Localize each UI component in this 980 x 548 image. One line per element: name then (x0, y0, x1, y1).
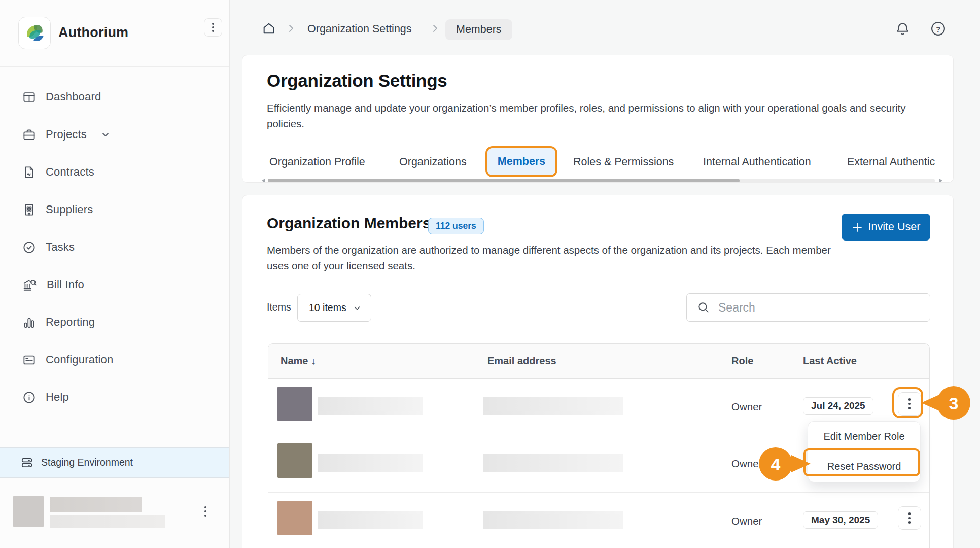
invite-user-label: Invite User (868, 221, 921, 233)
page-description: Efficiently manage and update your organ… (267, 100, 921, 131)
svg-text:?: ? (936, 25, 940, 33)
tab-roles-permissions[interactable]: Roles & Permissions (573, 156, 674, 168)
name-placeholder (318, 397, 423, 415)
user-name-placeholder (50, 497, 142, 512)
sidebar-item-projects[interactable]: Projects (0, 116, 229, 153)
projects-icon (22, 128, 36, 142)
column-header-name[interactable]: Name ↓ (281, 344, 316, 378)
menu-item-reset-password[interactable]: Reset Password (808, 452, 920, 482)
sidebar-kebab-button[interactable] (204, 18, 222, 37)
avatar (277, 501, 312, 535)
sort-desc-arrow-icon: ↓ (311, 355, 316, 366)
avatar (277, 387, 312, 421)
chevron-down-icon (100, 129, 111, 140)
tab-internal-authentication[interactable]: Internal Authentication (703, 156, 811, 168)
tab-scrollbar-thumb[interactable] (268, 179, 740, 183)
sidebar-item-reporting[interactable]: Reporting (0, 303, 229, 341)
page-header-card: Organization Settings Efficiently manage… (242, 55, 954, 183)
sidebar-item-label: Contracts (46, 165, 94, 179)
breadcrumb-organization-settings[interactable]: Organization Settings (307, 23, 412, 36)
email-placeholder (483, 397, 623, 415)
breadcrumb-separator-icon (287, 24, 295, 33)
invite-user-button[interactable]: Invite User (842, 214, 930, 241)
tab-members-highlight-ring[interactable]: Members (485, 146, 557, 177)
bell-icon (895, 21, 911, 37)
search-input[interactable] (717, 300, 920, 315)
search-box (686, 293, 930, 322)
sidebar-item-label: Suppliers (46, 203, 93, 216)
contracts-icon (22, 165, 36, 179)
column-header-role[interactable]: Role (731, 344, 753, 378)
home-icon (262, 21, 276, 36)
user-email-placeholder (50, 515, 165, 528)
items-per-page-select[interactable]: 10 items (297, 294, 371, 322)
help-circle-icon: ? (930, 20, 947, 37)
suppliers-icon (22, 203, 36, 217)
email-placeholder (483, 454, 623, 472)
authorium-leaf-logo (23, 22, 46, 44)
table-row: Owner May 30, 2025 (268, 493, 929, 548)
sidebar-item-configuration[interactable]: Configuration (0, 341, 229, 379)
user-menu-kebab-button[interactable] (202, 504, 208, 519)
items-per-page-value: 10 items (309, 302, 346, 314)
members-description: Members of the organization are authoriz… (267, 242, 835, 273)
last-active-chip: Jul 24, 2025 (803, 397, 873, 415)
sidebar-item-label: Reporting (46, 316, 95, 329)
tab-scrollbar-track[interactable] (268, 179, 935, 183)
sidebar-item-help[interactable]: Help (0, 379, 229, 416)
sidebar-item-label: Dashboard (46, 90, 101, 104)
sidebar-item-contracts[interactable]: Contracts (0, 153, 229, 191)
sidebar-item-label: Projects (46, 128, 87, 141)
tab-external-authentication[interactable]: External Authentic (847, 156, 935, 168)
help-button[interactable]: ? (930, 20, 947, 37)
role-cell: Owner (731, 435, 762, 492)
breadcrumb-members[interactable]: Members (445, 19, 512, 40)
sidebar-item-dashboard[interactable]: Dashboard (0, 78, 229, 116)
search-icon (697, 301, 710, 314)
row-actions-menu: Edit Member Role Reset Password (808, 421, 921, 482)
tab-scroll-right-arrow-icon[interactable] (939, 179, 942, 183)
breadcrumb-separator-icon (431, 24, 439, 33)
row-actions-kebab-button[interactable] (898, 506, 921, 530)
bill-info-icon (22, 278, 37, 292)
sidebar-item-tasks[interactable]: Tasks (0, 228, 229, 266)
app-root: Authorium Dashboard Projects Contracts (0, 0, 980, 548)
environment-banner[interactable]: Staging Environment (0, 447, 229, 478)
sidebar-item-label: Bill Info (47, 278, 84, 291)
breadcrumb-home-button[interactable] (262, 21, 276, 36)
chevron-down-icon (353, 303, 362, 313)
column-header-last-active[interactable]: Last Active (803, 344, 857, 378)
user-avatar-placeholder (13, 496, 44, 527)
tab-organizations[interactable]: Organizations (399, 156, 467, 168)
tab-scroll-left-arrow-icon[interactable] (262, 179, 265, 183)
brand-name: Authorium (58, 25, 128, 41)
dashboard-icon (22, 90, 36, 104)
authorium-logo (18, 17, 51, 49)
row-actions-kebab-button[interactable] (898, 392, 921, 416)
reporting-icon (22, 316, 36, 329)
environment-label: Staging Environment (41, 457, 133, 468)
sidebar-divider (0, 66, 229, 67)
sidebar-item-suppliers[interactable]: Suppliers (0, 191, 229, 228)
members-heading: Organization Members (267, 215, 431, 232)
plus-icon (852, 222, 863, 233)
sidebar-item-bill-info[interactable]: Bill Info (0, 266, 229, 303)
sidebar-item-label: Configuration (46, 353, 113, 366)
server-icon (20, 456, 33, 469)
column-header-email[interactable]: Email address (487, 344, 556, 378)
tab-organization-profile[interactable]: Organization Profile (269, 156, 365, 168)
role-cell: Owner (731, 493, 762, 548)
last-active-chip: May 30, 2025 (803, 511, 878, 529)
name-placeholder (318, 454, 423, 472)
tasks-icon (22, 241, 36, 254)
info-icon (22, 391, 36, 404)
tab-members[interactable]: Members (487, 148, 555, 175)
sidebar-item-label: Tasks (46, 241, 75, 254)
users-count-badge: 112 users (428, 218, 484, 234)
menu-item-edit-member-role[interactable]: Edit Member Role (808, 422, 920, 452)
notifications-button[interactable] (895, 21, 911, 37)
table-header-row: Name ↓ Email address Role Last Active (268, 344, 929, 379)
avatar (277, 443, 312, 478)
configuration-icon (22, 353, 36, 367)
sidebar: Authorium Dashboard Projects Contracts (0, 0, 230, 548)
